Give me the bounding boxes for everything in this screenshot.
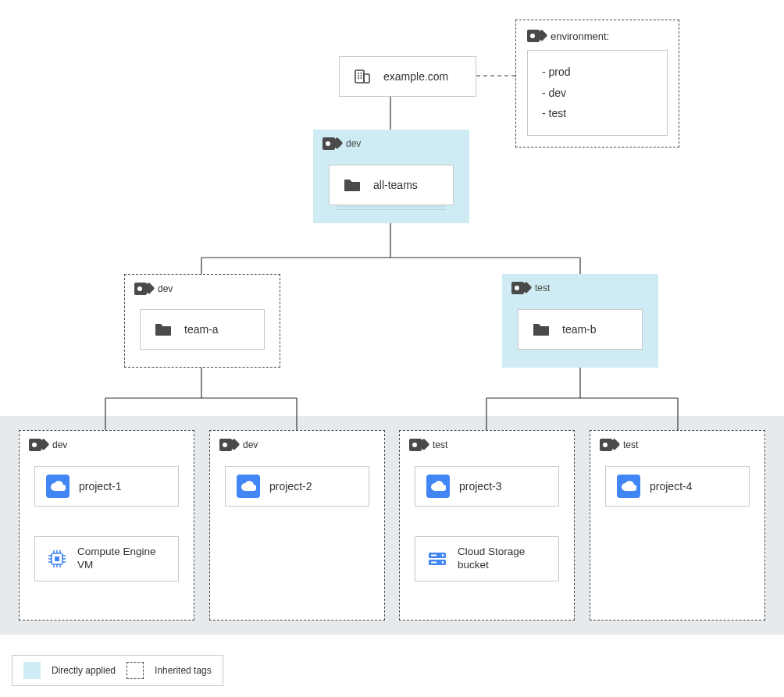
node-folder-team-b: team-b [518,309,643,350]
diagram-canvas: example.com environment: - prod - dev - … [0,0,784,697]
tag-value: - prod [542,62,653,83]
tag-icon [323,137,340,150]
node-label: project-4 [650,480,692,493]
tag-icon [134,283,151,295]
panel-project-2: dev [209,430,385,621]
cloud-icon [46,475,69,498]
node-cloud-storage-bucket: Cloud Storage bucket [415,536,559,581]
svg-rect-25 [55,557,59,561]
folder-icon [340,173,364,197]
tag-icon [600,439,617,451]
node-organization: example.com [339,56,476,97]
cloud-storage-icon [426,547,448,571]
node-label: example.com [383,70,448,83]
tag-value-label: dev [52,439,67,450]
tag-value-label: dev [346,138,361,149]
node-label: all-teams [373,179,418,191]
tag-values-card: - prod - dev - test [527,50,668,136]
node-label: team-a [184,323,219,336]
node-label: team-b [562,323,597,336]
node-project-3: project-3 [415,466,559,507]
legend: Directly applied Inherited tags [12,655,223,686]
tag-icon [409,439,426,451]
folder-icon [151,318,175,341]
tag-value-label: dev [158,283,173,294]
tag-value: - dev [542,83,653,104]
node-label: Cloud Storage bucket [458,546,547,572]
node-label: project-3 [459,480,501,493]
tag-value-label: dev [243,439,258,450]
node-folder-all-teams: all-teams [329,165,454,205]
cloud-icon [617,475,640,498]
tag-icon [527,30,544,42]
panel-project-1: dev [19,430,194,621]
cloud-icon [237,475,260,498]
legend-label-inherit: Inherited tags [155,665,212,676]
node-label: project-2 [269,480,312,493]
organization-icon [351,65,374,88]
svg-rect-17 [364,74,369,83]
svg-rect-16 [355,70,364,83]
node-folder-team-a: team-a [140,309,265,350]
svg-rect-42 [431,562,437,564]
legend-label-direct: Directly applied [52,665,116,676]
legend-swatch-direct [23,662,41,679]
svg-point-43 [442,561,444,564]
legend-swatch-inherit [127,662,144,679]
node-project-1: project-1 [34,466,179,507]
tag-value-label: test [535,283,550,293]
node-project-2: project-2 [225,466,369,507]
node-label: project-1 [79,480,121,493]
svg-point-41 [442,554,444,557]
tag-icon [511,282,529,294]
folder-icon [529,318,553,341]
tag-icon [29,439,46,451]
panel-project-3: test [399,430,575,621]
node-project-4: project-4 [605,466,750,507]
node-label: Compute Engine VM [77,546,167,572]
node-compute-engine-vm: Compute Engine VM [34,536,179,581]
tag-value-label: test [623,439,638,450]
cloud-icon [426,475,450,498]
tag-value: - test [542,103,653,124]
tag-value-label: test [433,439,447,450]
tag-key-label: environment: [551,30,609,42]
tag-definition-box: environment: - prod - dev - test [515,20,679,148]
svg-rect-40 [431,555,437,557]
tag-icon [219,439,237,451]
panel-project-4: test [590,430,765,621]
compute-engine-icon [46,547,68,571]
